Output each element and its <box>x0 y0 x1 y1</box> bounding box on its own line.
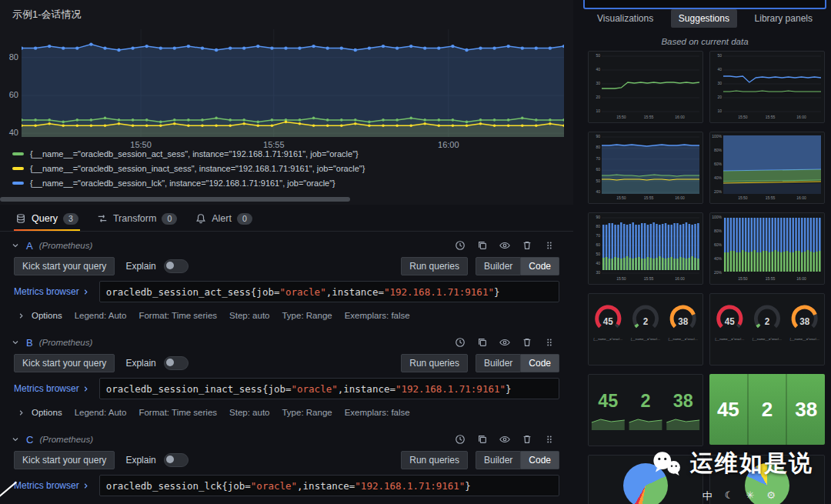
moon-icon[interactable]: ☾ <box>725 489 734 503</box>
horizontal-scrollbar[interactable] <box>0 197 573 202</box>
metrics-browser-link[interactable]: Metrics browser <box>14 286 90 297</box>
builder-button[interactable]: Builder <box>476 451 521 469</box>
panel-title[interactable]: 示例1-会话情况 <box>12 8 82 22</box>
suggestion-card-bars[interactable]: 9080706050403015:5015:5516:00 <box>588 212 703 285</box>
tab-count-badge: 0 <box>237 213 252 225</box>
history-icon[interactable] <box>455 337 466 348</box>
duplicate-query-icon[interactable] <box>477 337 488 348</box>
legend-item[interactable]: {__name__="oracledb_session_lck", instan… <box>12 175 365 190</box>
suggestion-card-gauges[interactable]: 45{__name__="oracl…2{__name__="oracl…38{… <box>588 293 703 365</box>
run-queries-button[interactable]: Run queries <box>401 354 468 372</box>
promql-input[interactable]: oracledb_session_inact_sess{job="oracle"… <box>99 378 559 399</box>
watermark: 运维如是说 <box>650 448 813 479</box>
mini-y-axis: 5040302010 <box>712 54 722 113</box>
chevron-down-icon[interactable] <box>11 435 20 444</box>
hide-response-icon[interactable] <box>499 337 510 348</box>
explain-toggle[interactable] <box>164 453 189 467</box>
explain-toggle[interactable] <box>164 259 189 273</box>
hide-response-icon[interactable] <box>499 434 510 445</box>
drag-handle-icon[interactable] <box>544 434 555 445</box>
explain-toggle[interactable] <box>164 356 189 370</box>
drag-handle-icon[interactable] <box>544 337 555 348</box>
chevron-right-icon[interactable] <box>17 409 25 417</box>
query-toolbar: Kick start your queryExplainRun queriesB… <box>14 353 559 373</box>
tab-alert[interactable]: Alert0 <box>186 206 262 231</box>
remove-query-icon[interactable] <box>522 434 532 445</box>
chevron-down-icon[interactable] <box>11 338 20 347</box>
query-options-row: OptionsLegend: AutoFormat: Time seriesSt… <box>17 501 559 504</box>
metrics-browser-link[interactable]: Metrics browser <box>14 383 90 394</box>
svg-text:{__name__="oracl…: {__name__="oracl… <box>593 337 622 341</box>
suggestion-card-gauges[interactable]: 45{__name__="oracl…2{__name__="oracl…38{… <box>709 293 825 365</box>
kick-start-query-button[interactable]: Kick start your query <box>14 257 115 275</box>
query-expression-row: Metrics browseroracledb_session_act_sess… <box>14 281 559 302</box>
suggestion-cards: 504030201015:5015:5516:00504030201015:50… <box>588 51 825 504</box>
suggestion-card-line-green[interactable]: 504030201015:5015:5516:00 <box>588 51 703 123</box>
database-icon <box>15 213 26 224</box>
grafana-panel-edit-page: 示例1-会话情况 {__name__="oracledb_session_act… <box>0 0 831 504</box>
x-axis-label: 16:00 <box>433 140 464 149</box>
history-icon[interactable] <box>455 434 466 445</box>
query-option: Legend: Auto <box>75 408 127 417</box>
timeseries-chart[interactable] <box>22 29 566 137</box>
query-editor-row: C(Prometheus)Kick start your queryExplai… <box>6 430 567 504</box>
query-ref-id[interactable]: B <box>26 337 33 349</box>
mini-chart <box>723 216 821 275</box>
asterisk-icon[interactable]: ✳ <box>746 489 754 503</box>
remove-query-icon[interactable] <box>522 240 532 251</box>
run-queries-button[interactable]: Run queries <box>401 257 468 275</box>
suggestion-card-line-blue[interactable]: 504030201015:5015:5516:00 <box>709 51 825 123</box>
drag-handle-icon[interactable] <box>544 240 555 251</box>
builder-code-toggle: BuilderCode <box>476 354 559 372</box>
legend-item[interactable]: {__name__="oracledb_session_inact_sess",… <box>12 161 365 175</box>
promql-token: "192.168.1.71:9161" <box>395 383 506 395</box>
query-option: Format: Time series <box>138 311 217 320</box>
query-ref-id[interactable]: C <box>26 434 33 446</box>
query-ref-id[interactable]: A <box>26 240 33 252</box>
sidebar-tab-library-panels[interactable]: Library panels <box>747 9 820 28</box>
promql-token: } <box>465 480 471 492</box>
kick-start-query-button[interactable]: Kick start your query <box>14 451 115 469</box>
tab-query[interactable]: Query3 <box>6 206 88 231</box>
stat-value: 2 <box>749 374 788 445</box>
hide-response-icon[interactable] <box>499 240 510 251</box>
ime-icon[interactable]: 中 <box>703 489 713 503</box>
promql-input[interactable]: oracledb_session_act_sess{job="oracle",i… <box>99 281 559 302</box>
suggestion-card-area[interactable]: 90807060504015:5015:5516:00 <box>588 132 703 204</box>
builder-button[interactable]: Builder <box>476 354 521 372</box>
suggestion-card-percent-area[interactable]: 100%80%60%40%20%15:5015:5516:00 <box>709 132 825 204</box>
suggestion-card-stat[interactable]: 45238 <box>588 374 703 446</box>
chevron-right-icon[interactable] <box>17 312 25 320</box>
builder-button[interactable]: Builder <box>476 257 521 275</box>
kick-start-query-button[interactable]: Kick start your query <box>14 354 115 372</box>
promql-input[interactable]: oracledb_session_lck{job="oracle",instan… <box>99 475 559 496</box>
sidebar-tabs: VisualizationsSuggestionsLibrary panels <box>579 9 831 28</box>
duplicate-query-icon[interactable] <box>477 434 488 445</box>
query-option: Exemplars: false <box>345 311 410 320</box>
suggestion-card-stat-bg[interactable]: 45238 <box>709 374 825 445</box>
search-input[interactable] <box>583 0 826 9</box>
code-button[interactable]: Code <box>521 451 559 469</box>
chevron-right-icon <box>82 288 90 296</box>
gear-icon[interactable]: ⚙ <box>766 489 776 503</box>
sidebar-tab-visualizations[interactable]: Visualizations <box>589 9 661 28</box>
code-button[interactable]: Code <box>521 354 559 372</box>
run-queries-button[interactable]: Run queries <box>401 451 468 469</box>
metrics-browser-link[interactable]: Metrics browser <box>14 480 90 491</box>
duplicate-query-icon[interactable] <box>477 240 488 251</box>
options-label[interactable]: Options <box>32 311 62 320</box>
legend-item[interactable]: {__name__="oracledb_session_act_sess", i… <box>12 146 365 161</box>
chevron-down-icon[interactable] <box>11 241 20 250</box>
code-button[interactable]: Code <box>521 257 559 275</box>
suggestions-sidebar: VisualizationsSuggestionsLibrary panels … <box>579 0 831 504</box>
history-icon[interactable] <box>455 240 466 251</box>
scrollbar-thumb[interactable] <box>0 197 350 202</box>
tab-transform[interactable]: Transform0 <box>88 206 186 231</box>
explain-label: Explain <box>125 358 155 369</box>
options-label[interactable]: Options <box>32 408 62 417</box>
remove-query-icon[interactable] <box>522 337 532 348</box>
suggestion-card-percent-bars[interactable]: 100%80%60%40%20%15:5015:5516:00 <box>709 212 825 285</box>
editor-tabs: Query3Transform0Alert0 <box>0 206 573 232</box>
query-option: Step: auto <box>229 408 269 417</box>
sidebar-tab-suggestions[interactable]: Suggestions <box>671 9 737 28</box>
